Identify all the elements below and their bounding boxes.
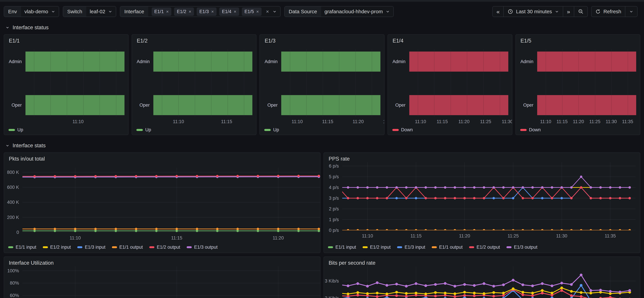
time-and-refresh-controls: « Last 30 minutes » Refresh	[492, 6, 638, 17]
legend-item-e1-3-input[interactable]: E1/3 input	[397, 245, 425, 250]
x-gridline-overlay	[34, 49, 34, 117]
legend-item-e1-3-input[interactable]: E1/3 input	[77, 245, 106, 250]
legend-item-down[interactable]: Down	[392, 127, 413, 132]
double-chevron-right-icon: »	[567, 8, 570, 15]
section-interface-status[interactable]: Interface status	[4, 25, 640, 31]
variable-value-switch[interactable]: leaf-02	[86, 7, 116, 17]
panel-util: Interface Utilization100%80%60%11:1011:1…	[4, 256, 320, 298]
interface-chip[interactable]: E1/5×	[242, 8, 262, 16]
legend-item-down[interactable]: Down	[520, 127, 541, 132]
section-interface-stats[interactable]: Interface stats	[4, 142, 640, 149]
time-shift-forward-button[interactable]: »	[563, 7, 574, 17]
x-gridline-overlay	[434, 49, 434, 117]
chart-plot-area[interactable]	[22, 266, 316, 298]
interface-chip[interactable]: E1/1×	[152, 8, 172, 16]
chart-canvas	[342, 266, 636, 298]
x-gridline-overlay	[483, 49, 484, 117]
legend-series-label: E1/2 input	[370, 245, 391, 250]
panel-title[interactable]: Bits per second rate	[328, 260, 376, 266]
chip-label: E1/1	[154, 9, 164, 14]
state-timeline-plot[interactable]	[409, 49, 508, 117]
legend-item-up[interactable]: Up	[264, 127, 279, 132]
state-bar-oper	[26, 95, 124, 115]
x-axis-label: 11:15	[553, 119, 572, 124]
x-axis-label: 11:25	[476, 119, 495, 124]
chip-remove-icon[interactable]: ×	[256, 9, 259, 14]
panel-title[interactable]: PPS rate	[328, 156, 350, 162]
window-top-strip	[0, 0, 644, 2]
panel-e1-2: E1/2AdminOper11:1011:1511:2011:2511:3011…	[132, 34, 256, 135]
legend-item-e1-2-input[interactable]: E1/2 input	[43, 245, 71, 250]
state-row-label: Oper	[516, 102, 534, 108]
panel-title[interactable]: E1/5	[520, 38, 532, 44]
refresh-button[interactable]: Refresh	[592, 7, 625, 17]
variable-label: Env	[4, 7, 21, 17]
y-axis-label: 60%	[4, 293, 19, 298]
time-controls: « Last 30 minutes »	[492, 6, 588, 17]
interface-chip[interactable]: E1/3×	[197, 8, 216, 16]
state-row-label: Oper	[4, 102, 22, 108]
chart-plot-area[interactable]	[342, 162, 636, 230]
zoom-out-button[interactable]	[574, 7, 588, 17]
legend-item-e1-2-output[interactable]: E1/2 output	[149, 245, 180, 250]
panel-title[interactable]: E1/3	[264, 38, 276, 44]
time-shift-back-button[interactable]: «	[493, 7, 504, 17]
bottom-panels-row: Interface Utilization100%80%60%11:1011:1…	[4, 256, 640, 298]
y-axis-label: 200 K	[4, 215, 19, 220]
legend-item-up[interactable]: Up	[8, 127, 23, 132]
panel-bits: Bits per second rate3 Kib/s2 Kib/s11:101…	[324, 256, 640, 298]
x-gridline-overlay	[50, 49, 51, 117]
panel-title[interactable]: E1/4	[393, 38, 404, 44]
state-timeline-plot[interactable]	[153, 49, 252, 117]
legend-item-up[interactable]: Up	[136, 127, 151, 132]
section-title: Interface status	[12, 25, 48, 31]
legend-state-pill	[136, 129, 143, 131]
legend-state-pill	[264, 129, 271, 131]
variable-value-interface: E1/1×E1/2×E1/3×E1/4×E1/5××	[148, 7, 280, 17]
state-bar-oper	[153, 95, 252, 115]
variable-value-data-source[interactable]: grafanacloud-hhdev-prom	[321, 7, 394, 17]
chip-remove-icon[interactable]: ×	[211, 9, 214, 14]
legend-item-e1-1-output[interactable]: E1/1 output	[432, 245, 462, 250]
x-gridline-overlay	[195, 49, 195, 117]
state-timeline-plot[interactable]	[26, 49, 124, 117]
panel-e1-3: E1/3AdminOper11:1011:1511:2011:2511:3011…	[260, 34, 384, 135]
state-row-label: Admin	[388, 59, 406, 64]
time-picker-button[interactable]: Last 30 minutes	[504, 7, 563, 17]
legend-item-e1-1-output[interactable]: E1/1 output	[112, 245, 143, 250]
legend-item-e1-3-output[interactable]: E1/3 output	[506, 245, 537, 250]
legend-series-label: E1/2 input	[50, 245, 71, 250]
chip-remove-icon[interactable]: ×	[166, 9, 169, 14]
chip-remove-icon[interactable]: ×	[189, 9, 191, 14]
legend-state-label: Up	[145, 127, 151, 132]
panel-title[interactable]: Pkts in/out total	[9, 156, 45, 162]
y-axis-label: 1 p/s	[324, 217, 339, 222]
panel-title[interactable]: E1/1	[9, 38, 20, 44]
panel-title[interactable]: Interface Utilization	[9, 260, 54, 266]
interface-chip[interactable]: E1/4×	[219, 8, 239, 16]
variable-value-env[interactable]: vlab-demo	[21, 7, 59, 17]
legend-item-e1-2-input[interactable]: E1/2 input	[362, 245, 391, 250]
clear-selection-icon[interactable]: ×	[266, 9, 269, 15]
chip-remove-icon[interactable]: ×	[234, 9, 236, 14]
legend-series-pill	[112, 246, 117, 248]
legend-series-pill	[43, 246, 48, 248]
legend-series-label: E1/3 output	[514, 245, 537, 250]
state-row-label: Admin	[516, 59, 534, 64]
state-timeline-plot[interactable]	[537, 49, 636, 117]
panel-legend: Up	[136, 127, 151, 132]
x-axis-label: 11:20	[455, 119, 473, 124]
legend-item-e1-3-output[interactable]: E1/3 output	[187, 245, 218, 250]
panel-title[interactable]: E1/2	[137, 38, 148, 44]
legend-item-e1-2-output[interactable]: E1/2 output	[469, 245, 500, 250]
refresh-interval-button[interactable]	[625, 7, 637, 17]
chart-plot-area[interactable]	[22, 168, 316, 232]
chart-plot-area[interactable]	[342, 266, 636, 298]
legend-item-e1-1-input[interactable]: E1/1 input	[8, 245, 36, 250]
x-gridline-overlay	[100, 49, 100, 117]
chip-label: E1/2	[177, 9, 186, 14]
state-bar-admin	[537, 52, 636, 72]
interface-chip[interactable]: E1/2×	[174, 8, 194, 16]
state-timeline-plot[interactable]	[281, 49, 380, 117]
legend-item-e1-1-input[interactable]: E1/1 input	[328, 245, 356, 250]
